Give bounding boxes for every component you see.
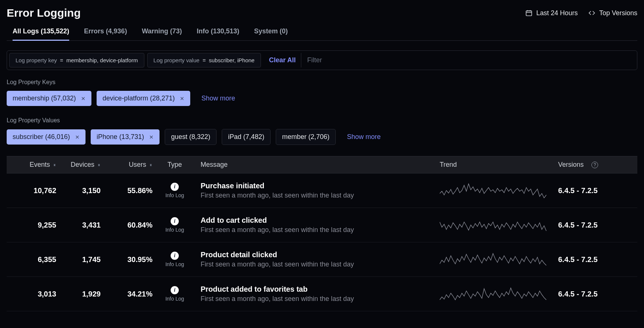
tab-system[interactable]: System (0) xyxy=(254,27,288,40)
type-label: Info Log xyxy=(165,192,184,198)
info-icon: i xyxy=(171,183,179,191)
versions-selector[interactable]: Top Versions xyxy=(588,9,637,17)
col-events[interactable]: Events▲▼ xyxy=(12,161,56,169)
sparkline-icon xyxy=(440,215,547,235)
cell-trend xyxy=(440,215,558,235)
cell-devices: 3,431 xyxy=(56,221,101,229)
show-more-keys[interactable]: Show more xyxy=(201,95,235,102)
svg-rect-0 xyxy=(526,11,531,16)
show-more-values[interactable]: Show more xyxy=(347,133,380,141)
col-devices[interactable]: Devices▲▼ xyxy=(56,161,101,169)
chip-member[interactable]: member (2,706) xyxy=(276,129,336,145)
cell-devices: 1,929 xyxy=(56,290,101,298)
prop-values-row: subscriber (46,016) ✕ iPhone (13,731) ✕ … xyxy=(7,129,637,145)
time-range-selector[interactable]: Last 24 Hours xyxy=(525,9,578,17)
cell-users: 30.95% xyxy=(101,255,152,264)
chip-guest[interactable]: guest (8,322) xyxy=(165,129,217,145)
cell-devices: 1,745 xyxy=(56,255,101,264)
cell-versions: 6.4.5 - 7.2.5 xyxy=(558,221,632,229)
col-trend[interactable]: Trend xyxy=(440,161,558,169)
tab-all-logs[interactable]: All Logs (135,522) xyxy=(13,27,69,41)
code-icon xyxy=(588,9,596,17)
time-range-label: Last 24 Hours xyxy=(536,9,578,17)
cell-users: 34.21% xyxy=(101,290,152,298)
tabs: All Logs (135,522) Errors (4,936) Warnin… xyxy=(7,27,637,41)
chip-device-platform[interactable]: device-platform (28,271) ✕ xyxy=(97,91,190,106)
cell-events: 6,355 xyxy=(12,255,56,264)
filter-chip-value: membership, device-platform xyxy=(66,57,138,63)
cell-type: i Info Log xyxy=(152,183,197,198)
info-icon: i xyxy=(171,252,179,260)
sparkline-icon xyxy=(440,284,547,304)
table-row[interactable]: 6,355 1,745 30.95% i Info Log Product de… xyxy=(7,242,637,277)
chip-ipad[interactable]: iPad (7,482) xyxy=(222,129,271,145)
cell-users: 60.84% xyxy=(101,221,152,229)
filter-chip-key[interactable]: Log property key = membership, device-pl… xyxy=(9,53,144,67)
close-icon[interactable]: ✕ xyxy=(75,134,80,140)
chip-label: device-platform (28,271) xyxy=(103,95,175,102)
cell-versions: 6.4.5 - 7.2.5 xyxy=(558,186,632,195)
cell-trend xyxy=(440,284,558,304)
filter-chip-kind: Log property value xyxy=(154,57,199,63)
close-icon[interactable]: ✕ xyxy=(180,96,184,102)
msg-sub: First seen a month ago, last seen within… xyxy=(201,261,440,268)
prop-keys-row: membership (57,032) ✕ device-platform (2… xyxy=(7,91,637,106)
help-icon[interactable]: ? xyxy=(591,162,598,168)
msg-title: Purchase initiated xyxy=(201,182,440,190)
cell-events: 9,255 xyxy=(12,221,56,229)
filter-bar: Log property key = membership, device-pl… xyxy=(7,50,637,70)
chip-label: subscriber (46,016) xyxy=(13,133,70,141)
log-table: Events▲▼ Devices▲▼ Users▲▼ Type Message … xyxy=(7,156,637,311)
col-versions[interactable]: Versions ? xyxy=(558,161,632,169)
cell-users: 55.86% xyxy=(101,186,152,195)
chip-label: iPhone (13,731) xyxy=(97,133,144,141)
chip-subscriber[interactable]: subscriber (46,016) ✕ xyxy=(7,129,85,145)
close-icon[interactable]: ✕ xyxy=(81,96,85,102)
msg-sub: First seen a month ago, last seen within… xyxy=(201,226,440,234)
filter-input[interactable] xyxy=(304,54,635,66)
table-row[interactable]: 3,013 1,929 34.21% i Info Log Product ad… xyxy=(7,277,637,311)
msg-title: Add to cart clicked xyxy=(201,216,440,225)
table-header: Events▲▼ Devices▲▼ Users▲▼ Type Message … xyxy=(7,156,637,173)
cell-events: 3,013 xyxy=(12,290,56,298)
table-row[interactable]: 10,762 3,150 55.86% i Info Log Purchase … xyxy=(7,173,637,208)
close-icon[interactable]: ✕ xyxy=(149,134,154,140)
clear-all-button[interactable]: Clear All xyxy=(264,53,301,67)
chip-label: membership (57,032) xyxy=(13,95,76,102)
prop-keys-label: Log Property Keys xyxy=(7,79,637,86)
filter-chip-value-eq[interactable]: Log property value = subscriber, iPhone xyxy=(147,53,261,67)
cell-versions: 6.4.5 - 7.2.5 xyxy=(558,255,632,264)
chip-iphone[interactable]: iPhone (13,731) ✕ xyxy=(91,129,160,145)
cell-trend xyxy=(440,180,558,201)
tab-info[interactable]: Info (130,513) xyxy=(197,27,239,40)
page-title: Error Logging xyxy=(7,7,81,19)
cell-type: i Info Log xyxy=(152,252,197,267)
cell-message: Product added to favorites tab First see… xyxy=(197,285,440,303)
versions-selector-label: Top Versions xyxy=(599,9,637,17)
msg-sub: First seen a month ago, last seen within… xyxy=(201,295,440,303)
cell-devices: 3,150 xyxy=(56,186,101,195)
cell-trend xyxy=(440,249,558,270)
filter-chip-value: subscriber, iPhone xyxy=(209,57,254,63)
cell-versions: 6.4.5 - 7.2.5 xyxy=(558,290,632,298)
tab-warning[interactable]: Warning (73) xyxy=(142,27,182,40)
prop-values-label: Log Property Values xyxy=(7,117,637,124)
col-users[interactable]: Users▲▼ xyxy=(101,161,152,169)
type-label: Info Log xyxy=(165,296,184,302)
col-type[interactable]: Type xyxy=(152,161,197,169)
chip-membership[interactable]: membership (57,032) ✕ xyxy=(7,91,91,106)
sparkline-icon xyxy=(440,180,547,201)
type-label: Info Log xyxy=(165,261,184,267)
tab-errors[interactable]: Errors (4,936) xyxy=(84,27,127,40)
cell-message: Product detail clicked First seen a mont… xyxy=(197,251,440,268)
cell-type: i Info Log xyxy=(152,286,197,302)
msg-sub: First seen a month ago, last seen within… xyxy=(201,192,440,199)
col-message[interactable]: Message xyxy=(197,161,440,169)
cell-message: Add to cart clicked First seen a month a… xyxy=(197,216,440,234)
cell-type: i Info Log xyxy=(152,217,197,233)
filter-chip-kind: Log property key xyxy=(16,57,57,63)
info-icon: i xyxy=(171,286,179,294)
table-row[interactable]: 9,255 3,431 60.84% i Info Log Add to car… xyxy=(7,208,637,242)
info-icon: i xyxy=(171,217,179,225)
msg-title: Product added to favorites tab xyxy=(201,285,440,294)
